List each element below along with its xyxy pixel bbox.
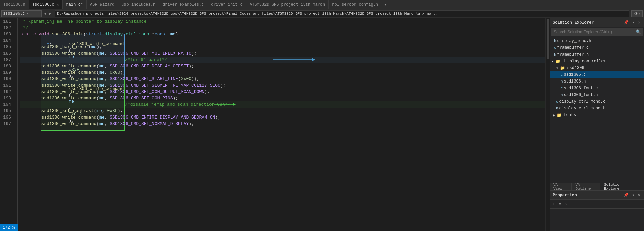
pin-icon[interactable]: 📌 — [623, 20, 630, 25]
tab-usbincludes[interactable]: usb_includes.h — [118, 0, 159, 9]
tree-label: display_controller — [562, 59, 644, 64]
code-macro-196: SSD1306_CMD_ENTIRE_DISPLAY_AND_GDDRAM_ON — [110, 114, 215, 121]
code-line-182: */ — [20, 25, 545, 31]
code-indent — [20, 101, 41, 108]
tree-item-display-ctrl-mono-h[interactable]: h display_ctrl_mono.h — [550, 105, 644, 112]
scrollbar-thumb[interactable] — [547, 19, 549, 59]
code-num-195: 0x8F — [107, 108, 117, 114]
file-dropdown-label: ssd1306.c — [3, 11, 25, 16]
tab-overflow-button[interactable]: ▾ — [382, 0, 389, 9]
line-number-181: 181 — [0, 18, 14, 25]
line-number-193: 193 — [0, 95, 14, 101]
tab-asfwizard[interactable]: ASF Wizard — [87, 0, 118, 9]
dropdown-icon[interactable]: ▾ — [631, 20, 636, 25]
code-content[interactable]: * \param[in] me The pointer to display i… — [18, 18, 545, 231]
tab-hplsercom[interactable]: hpl_sercom_config.h — [329, 0, 382, 9]
code-keyword-const: const — [155, 31, 168, 37]
tree-label: ssd1306.h — [564, 79, 644, 84]
code-comma-189: , — [105, 69, 110, 76]
tab-label: ssd1306.h — [3, 2, 25, 7]
code-punct3: ) — [175, 31, 178, 37]
properties-dropdown-icon[interactable]: ▾ — [631, 192, 636, 198]
properties-close-icon[interactable]: ✕ — [637, 192, 641, 198]
code-comma-197: , — [105, 121, 110, 127]
properties-toolbar: ⊞ ≡ ⚡ — [550, 200, 644, 209]
tab-label: ssd1306.c — [32, 2, 54, 7]
file-h-icon2: h — [561, 79, 563, 84]
code-punct-194a: ( — [68, 93, 71, 98]
code-macro-188: SSD1306_CMD_SET_DISPLAY_OFFSET — [110, 63, 189, 69]
tree-item-display-ctrl-mono-c[interactable]: c display_ctrl_mono.c — [550, 98, 644, 105]
line-number-190: 190 — [0, 76, 14, 82]
tab-label: main.c* — [66, 2, 83, 7]
tree-item-fonts-folder[interactable]: ▶ 📁 fonts — [550, 112, 644, 119]
tab-driverexamples[interactable]: driver_examples.c — [159, 0, 207, 9]
tab-bar: ssd1306.h ssd1306.c ✕ main.c* ASF Wizard… — [0, 0, 644, 9]
line-number-182: 182 — [0, 25, 14, 31]
tree-item-framebuffer-h[interactable]: h framebuffer.h — [550, 51, 644, 58]
nav-back-icon[interactable]: ◀ — [43, 12, 47, 16]
tab-solution-explorer-label: Solution Explorer — [604, 183, 640, 191]
tree-item-ssd1306-folder[interactable]: ▾ 📁 ssd1306 — [550, 65, 644, 71]
file-c-icon2: c — [561, 73, 563, 77]
file-dropdown[interactable]: ssd1306.c ▾ — [1, 10, 42, 17]
dropdown-arrow-icon: ▾ — [26, 12, 28, 16]
prop-lightning-icon[interactable]: ⚡ — [564, 201, 569, 207]
code-indent — [20, 108, 41, 114]
code-fn-197: ssd1306_write_command — [41, 121, 96, 127]
tree-item-display-controller[interactable]: ▾ 📁 display_controller — [550, 58, 644, 65]
tab-mainc[interactable]: main.c* — [63, 0, 87, 9]
code-comma-195: , — [102, 108, 107, 114]
prop-list-icon[interactable]: ≡ — [558, 201, 563, 207]
close-panel-icon[interactable]: ✕ — [637, 20, 641, 25]
file-c-icon3: c — [561, 86, 563, 90]
code-text: */ — [20, 25, 28, 31]
tree-label: ssd1306 — [567, 66, 644, 70]
properties-pin-icon[interactable]: 📌 — [623, 192, 630, 198]
tab-ssd1306c[interactable]: ssd1306.c ✕ — [29, 0, 63, 9]
tab-va-view[interactable]: VA View — [550, 183, 572, 190]
tab-label: hpl_sercom_config.h — [332, 2, 378, 7]
code-fn-196: ssd1306_write_command — [41, 114, 96, 121]
tab-va-outline[interactable]: VA Outline — [572, 183, 600, 190]
go-button[interactable]: Go — [631, 10, 643, 17]
code-param-188: me — [99, 63, 105, 69]
tree-item-display-mono-h[interactable]: h display_mono.h — [550, 38, 644, 44]
search-icon[interactable]: 🔍 — [634, 29, 642, 35]
tree-item-ssd1306-font-h[interactable]: h ssd1306_font.h — [550, 92, 644, 98]
tree-item-ssd1306-h[interactable]: h ssd1306.h — [550, 78, 644, 85]
tab-atgm332d[interactable]: ATGM332D_GPS_project_13th_March — [246, 0, 329, 9]
tree-label: display_mono.h — [557, 39, 644, 43]
tree-item-framebuffer-c[interactable]: c framebuffer.c — [550, 44, 644, 51]
vertical-scrollbar[interactable] — [545, 18, 550, 231]
tree-item-ssd1306-font-c[interactable]: c ssd1306_font.c — [550, 85, 644, 92]
tab-solution-explorer[interactable]: Solution Explorer — [600, 183, 644, 190]
code-param-197: me — [99, 121, 105, 127]
line-number-185: 185 — [0, 44, 14, 50]
tree-item-ssd1306-c[interactable]: c ssd1306.c — [550, 71, 644, 78]
code-param-187a: me — [68, 54, 74, 59]
line-numbers: 181 182 183 184 185 186 187 188 189 190 … — [0, 18, 18, 231]
tab-driverinit[interactable]: driver_init.c — [207, 0, 246, 9]
tree-label: ssd1306_font.c — [564, 86, 644, 91]
file-c-icon4: c — [556, 100, 558, 104]
code-cmt-194: /*disable remap and scan direction C8h*/ — [125, 101, 230, 108]
prop-sort-icon[interactable]: ⊞ — [552, 201, 557, 207]
tree-view[interactable]: h display_mono.h c framebuffer.c h frame… — [550, 37, 644, 183]
code-param-196: me — [99, 114, 105, 121]
tree-label: framebuffer.c — [557, 45, 644, 50]
code-editor[interactable]: 181 182 183 184 185 186 187 188 189 190 … — [0, 18, 550, 231]
search-box[interactable]: 🔍 — [551, 28, 643, 36]
code-punct-188a: ( — [96, 63, 99, 69]
nav-forward-icon[interactable]: ▶ — [48, 12, 53, 16]
tab-close-icon[interactable]: ✕ — [57, 3, 59, 7]
tab-va-outline-label: VA Outline — [575, 183, 597, 191]
code-punct-193b: ); — [173, 95, 178, 101]
code-param-195: me — [96, 108, 102, 114]
code-indent — [20, 44, 41, 50]
code-punct-191b: ); — [220, 82, 226, 89]
folder-icon: 📁 — [555, 59, 560, 64]
folder-expand-icon3: ▶ — [553, 113, 555, 118]
tab-ssd1306h[interactable]: ssd1306.h — [0, 0, 29, 9]
search-input[interactable] — [552, 30, 634, 34]
